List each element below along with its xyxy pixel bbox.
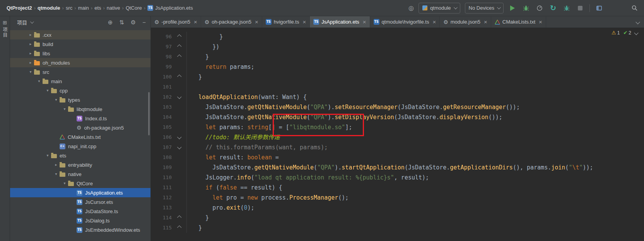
line-number[interactable]: 111	[151, 183, 172, 193]
tab-close-icon[interactable]: ×	[484, 19, 487, 25]
fold-end-icon[interactable]	[172, 72, 187, 82]
tree-item-cpp[interactable]: ▾cpp	[10, 86, 150, 95]
chevron-down-icon[interactable]: ▾	[27, 70, 34, 74]
code-text[interactable]: JsLogger.info("load qt application resul…	[187, 173, 429, 183]
chevron-down-icon[interactable]: ▾	[44, 89, 51, 92]
tab-profile-json5[interactable]: ⚙-profile.json5×	[151, 16, 201, 27]
tree-item-oh-package-json5[interactable]: ⚙oh-package.json5	[10, 123, 150, 132]
code-text[interactable]: //todo: 默认关闭参数传递	[187, 132, 280, 142]
tree-item-jscursor-ets[interactable]: TSJsCursor.ets	[10, 197, 150, 207]
chevron-down-icon[interactable]: ▾	[53, 98, 60, 102]
breadcrumb-item[interactable]: qtmodule	[36, 4, 61, 12]
line-number[interactable]: 101	[151, 82, 172, 92]
line-number[interactable]: 112	[151, 193, 172, 203]
breadcrumb-item[interactable]: QtProject2	[5, 4, 33, 12]
chevron-right-icon[interactable]: ▸	[27, 42, 34, 46]
project-tool-window-button[interactable]: ⊞ 项目	[2, 20, 8, 38]
line-number[interactable]: 113	[151, 203, 172, 213]
tree-item-jsdatastore-ts[interactable]: TSJsDataStore.ts	[10, 207, 150, 216]
hide-panel-icon[interactable]: −	[142, 19, 146, 25]
chevron-right-icon[interactable]: ▸	[53, 163, 60, 167]
fold-end-icon[interactable]	[172, 223, 187, 233]
settings-gear-icon[interactable]: ⚙	[131, 19, 136, 25]
tab-close-icon[interactable]: ×	[432, 19, 436, 25]
fold-end-icon[interactable]	[172, 213, 187, 223]
editor[interactable]: 96 }97 })98 }99 return params;100 }10110…	[151, 28, 644, 241]
code-text[interactable]: JsDataStore.getQtNativeModule("QPA").sta…	[187, 162, 593, 173]
tab-oh-package-json5[interactable]: ⚙oh-package.json5×	[201, 16, 262, 27]
tab-module-json5[interactable]: ⚙module.json5×	[440, 16, 491, 27]
chevron-down-icon[interactable]: ▾	[61, 181, 68, 185]
tree-item-build[interactable]: ▸build	[10, 39, 150, 49]
tree-item-cxx[interactable]: ▸.cxx	[10, 30, 150, 39]
tree-item-jsapplication-ets[interactable]: TSJsApplication.ets	[10, 188, 150, 197]
hidden-tabs-button[interactable]	[632, 16, 644, 27]
profiler-button[interactable]	[535, 4, 544, 12]
tree-item-jsembeddedwindow-ets[interactable]: TSJsEmbeddedWindow.ets	[10, 225, 150, 234]
tree-item-index-d-ts[interactable]: TSIndex.d.ts	[10, 114, 150, 123]
tree-item-entryability[interactable]: ▸entryability	[10, 160, 150, 169]
tree-item-native[interactable]: ▾native	[10, 169, 150, 179]
tree-item-libs[interactable]: ▸libs	[10, 49, 150, 58]
chevron-down-icon[interactable]: ▾	[36, 79, 43, 83]
breadcrumb-item[interactable]: TSJsApplication.ets	[146, 4, 194, 12]
fold-end-icon[interactable]	[172, 32, 187, 42]
code-text[interactable]: JsDataStore.getQtNativeModule("QPA").set…	[187, 102, 520, 112]
fold-expanded-icon[interactable]	[172, 92, 187, 102]
code-text[interactable]: pro.exit(0);	[187, 203, 255, 213]
line-number[interactable]: 96	[151, 32, 172, 42]
restart-button[interactable]: ↻	[549, 4, 557, 12]
line-number[interactable]: 100	[151, 72, 172, 82]
code-text[interactable]: }	[187, 32, 223, 42]
code-text[interactable]: }	[187, 72, 202, 82]
tree-item-ets[interactable]: ▾ets	[10, 151, 150, 160]
code-text[interactable]: let params: string[] = ["libqtmodule.so"…	[187, 122, 352, 132]
code-text[interactable]: let pro = new process.ProcessManager();	[187, 193, 348, 203]
tab-close-icon[interactable]: ×	[539, 19, 542, 25]
device-target-icon[interactable]: ◎	[408, 5, 414, 11]
chevron-down-icon[interactable]: ▾	[61, 107, 68, 111]
tree-item-qtcore[interactable]: ▾QtCore	[10, 179, 150, 188]
code-text[interactable]: JsDataStore.getQtNativeModule("QPA").set…	[187, 112, 502, 122]
run-config-select[interactable]: qtmodule	[419, 3, 460, 14]
attach-debugger-button[interactable]	[562, 4, 571, 12]
search-button[interactable]	[630, 4, 639, 12]
chevron-right-icon[interactable]: ▸	[27, 33, 34, 37]
line-number[interactable]: 105	[151, 122, 172, 132]
line-number[interactable]: 106	[151, 132, 172, 142]
inspections-widget[interactable]: ⚠ 1 ✔ 2	[612, 30, 638, 36]
stop-button[interactable]	[576, 4, 584, 12]
collapse-all-icon[interactable]: ⇅	[119, 19, 124, 25]
code-text[interactable]: loadQtApplication(want: Want) {	[187, 92, 307, 102]
breadcrumb-item[interactable]: native	[106, 4, 121, 12]
line-number[interactable]: 98	[151, 52, 172, 62]
code-text[interactable]: return params;	[187, 62, 255, 72]
line-number[interactable]: 104	[151, 112, 172, 122]
fold-end-icon[interactable]	[172, 42, 187, 52]
chevron-down-icon[interactable]: ▾	[44, 154, 51, 157]
project-panel-title[interactable]: 项目	[17, 19, 27, 26]
tab-close-icon[interactable]: ×	[302, 19, 306, 25]
tab-jsapplication-ets[interactable]: TSJsApplication.ets×	[310, 16, 370, 27]
tool-windows-button[interactable]	[595, 4, 603, 12]
tree-item-jsdialog-ts[interactable]: TSJsDialog.ts	[10, 216, 150, 225]
code-text[interactable]: if (false == result) {	[187, 183, 282, 193]
line-number[interactable]: 115	[151, 223, 172, 233]
tab-qtmodule-hvigorfile-ts[interactable]: TSqtmodule\hvigorfile.ts×	[370, 16, 440, 27]
code-text[interactable]: // this.formatParams(want, params);	[187, 142, 328, 152]
chevron-right-icon[interactable]: ▸	[27, 51, 34, 55]
fold-end-icon[interactable]	[172, 52, 187, 62]
line-number[interactable]: 108	[151, 152, 172, 162]
line-number[interactable]: 110	[151, 173, 172, 183]
breadcrumb-item[interactable]: src	[65, 4, 73, 12]
tab-cmakelists-txt[interactable]: CMakeLists.txt×	[491, 16, 546, 27]
chevron-right-icon[interactable]: ▸	[27, 61, 34, 65]
code-text[interactable]: }	[187, 223, 202, 233]
code-text[interactable]: })	[187, 42, 219, 52]
line-number[interactable]: 114	[151, 213, 172, 223]
tree-item-libqtmodule[interactable]: ▾libqtmodule	[10, 104, 150, 114]
code-text[interactable]: }	[187, 52, 209, 62]
breadcrumb-item[interactable]: QtCore	[125, 4, 143, 12]
chevron-down-icon[interactable]	[30, 20, 34, 24]
tree-item-cmakelists-txt[interactable]: CMakeLists.txt	[10, 132, 150, 142]
